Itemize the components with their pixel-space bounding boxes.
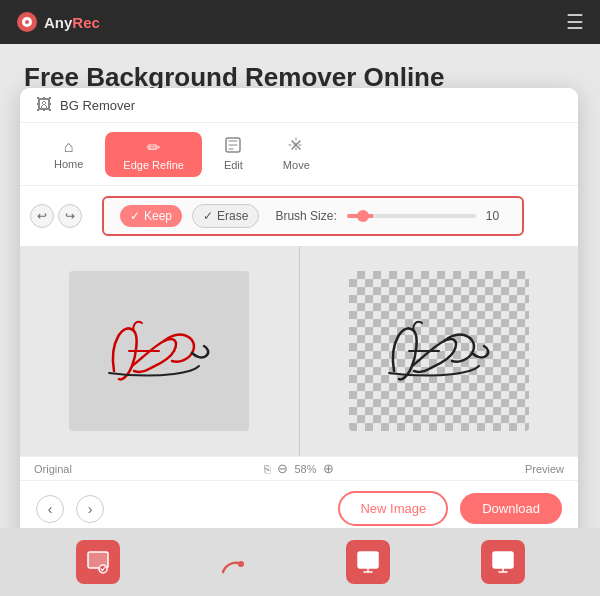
next-button[interactable]: › [76, 495, 104, 523]
home-icon: ⌂ [64, 138, 74, 156]
zoom-in-button[interactable]: ⊕ [323, 461, 334, 476]
tab-move[interactable]: Move [265, 131, 328, 177]
brush-toolbar-container: ↩ ↪ ✓ Keep ✓ Erase Brush Size: 10 [20, 186, 578, 246]
move-icon [288, 137, 304, 157]
copy-icon: ⎘ [264, 463, 271, 475]
hamburger-menu[interactable]: ☰ [566, 10, 584, 34]
tab-edge-refine[interactable]: ✏ Edge Refine [105, 132, 202, 177]
brush-toolbar: ✓ Keep ✓ Erase Brush Size: 10 [102, 196, 524, 236]
edge-refine-icon: ✏ [147, 138, 160, 157]
bg-remover-modal: 🖼 BG Remover ⌂ Home ✏ Edge Refine Edit [20, 88, 578, 548]
erase-icon: ✓ [203, 209, 213, 223]
tab-home[interactable]: ⌂ Home [36, 132, 101, 176]
tab-edit-label: Edit [224, 159, 243, 171]
feature-svg-2 [215, 544, 251, 580]
logo: AnyRec [16, 11, 100, 33]
status-bar: Original ⎘ ⊖ 58% ⊕ Preview [20, 456, 578, 480]
brush-size-slider[interactable] [347, 214, 476, 218]
feature-icon-3 [344, 538, 392, 586]
zoom-controls: ⎘ ⊖ 58% ⊕ [264, 461, 333, 476]
brush-size-label: Brush Size: [275, 209, 336, 223]
preview-label: Preview [342, 463, 564, 475]
tab-home-label: Home [54, 158, 83, 170]
zoom-value: 58% [294, 463, 316, 475]
undo-redo-group: ↩ ↪ [30, 204, 82, 228]
preview-panel [300, 246, 579, 456]
logo-text: AnyRec [44, 14, 100, 31]
original-image[interactable] [69, 271, 249, 431]
tab-move-label: Move [283, 159, 310, 171]
preview-image[interactable] [349, 271, 529, 431]
edit-icon [225, 137, 241, 157]
feature-icon-4 [479, 538, 527, 586]
tab-edge-refine-label: Edge Refine [123, 159, 184, 171]
zoom-out-button[interactable]: ⊖ [277, 461, 288, 476]
original-signature-svg [84, 291, 234, 411]
prev-button[interactable]: ‹ [36, 495, 64, 523]
undo-button[interactable]: ↩ [30, 204, 54, 228]
svg-point-6 [238, 561, 244, 567]
feature-card-4[interactable] [481, 540, 525, 584]
erase-button[interactable]: ✓ Erase [192, 204, 259, 228]
brush-size-value: 10 [486, 209, 506, 223]
keep-label: Keep [144, 209, 172, 223]
feature-card-1[interactable] [76, 540, 120, 584]
tab-edit[interactable]: Edit [206, 131, 261, 177]
toolbar-tabs: ⌂ Home ✏ Edge Refine Edit [20, 123, 578, 186]
feature-icon-2 [209, 538, 257, 586]
modal-header-title: BG Remover [60, 98, 135, 113]
original-panel [20, 246, 300, 456]
feature-svg-1 [85, 549, 111, 575]
redo-button[interactable]: ↪ [58, 204, 82, 228]
logo-icon [16, 11, 38, 33]
feature-svg-3 [355, 549, 381, 575]
canvas-area [20, 246, 578, 456]
feature-icon-1 [74, 538, 122, 586]
svg-point-2 [25, 20, 29, 24]
bottom-icons [0, 528, 600, 596]
keep-button[interactable]: ✓ Keep [120, 205, 182, 227]
feature-card-3[interactable] [346, 540, 390, 584]
modal-header-icon: 🖼 [36, 96, 52, 114]
top-nav: AnyRec ☰ [0, 0, 600, 44]
erase-label: Erase [217, 209, 248, 223]
original-label: Original [34, 463, 256, 475]
new-image-button[interactable]: New Image [338, 491, 448, 526]
svg-rect-8 [493, 552, 513, 568]
modal-header: 🖼 BG Remover [20, 88, 578, 123]
feature-svg-4 [490, 549, 516, 575]
download-button[interactable]: Download [460, 493, 562, 524]
keep-icon: ✓ [130, 209, 140, 223]
preview-signature-svg [364, 291, 514, 411]
